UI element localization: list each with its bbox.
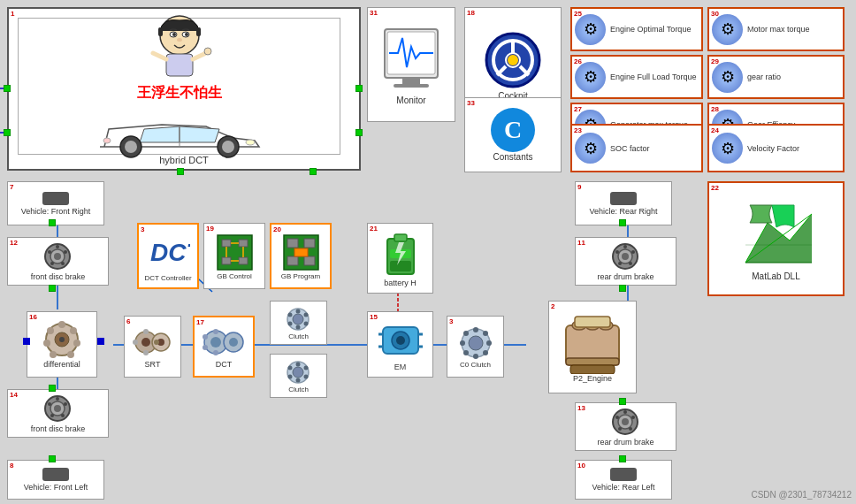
dct-block[interactable]: 17 DCT	[193, 316, 255, 378]
svg-point-156	[629, 427, 632, 431]
port-diff-right	[97, 338, 104, 345]
port-main-bottom2	[310, 168, 317, 175]
c0-clutch-label: C0 Clutch	[460, 361, 491, 369]
motor-max-torque-block[interactable]: 30 ⚙ Motor max torque	[707, 7, 845, 51]
soc-factor-block[interactable]: 23 ⚙ SOC factor	[570, 124, 703, 172]
clutch-top-label: Clutch	[288, 332, 309, 340]
gb-program-block[interactable]: 20 GB Program	[270, 223, 332, 289]
motor-max-torque-label: Motor max torque	[747, 25, 810, 34]
svg-point-80	[623, 245, 627, 248]
svg-point-158	[615, 416, 619, 419]
svg-point-84	[615, 250, 619, 254]
front-disc-brake-top-block[interactable]: 12 front disc brake	[7, 237, 109, 286]
engine-optimal-torque-block[interactable]: 25 ⚙ Engine Optimal Torque	[570, 7, 703, 51]
num-14: 14	[10, 391, 18, 399]
clutch-top-block[interactable]: Clutch	[270, 301, 327, 345]
battery-h-label: battery H	[384, 279, 417, 287]
vehicle-rear-left-icon	[610, 468, 637, 481]
rear-drum-brake-bottom-label: rear drum brake	[597, 438, 653, 447]
vehicle-front-right-block[interactable]: 7 Vehicle: Front Right	[7, 181, 104, 225]
vehicle-rear-left-block[interactable]: 10 Vehicle: Rear Left	[575, 460, 672, 500]
monitor-icon	[380, 25, 442, 95]
p2-engine-block[interactable]: 2 P2_Engine	[548, 301, 637, 393]
differential-label: differential	[43, 360, 80, 369]
port-main-right-bottom	[355, 129, 363, 136]
srt-block[interactable]: 6 SRT	[124, 316, 181, 378]
front-disc-brake-top-icon	[42, 241, 73, 272]
num-20: 20	[273, 225, 281, 233]
svg-point-155	[631, 416, 635, 419]
gear-ratio-block[interactable]: 29 ⚙ gear ratio	[707, 55, 845, 99]
srt-icon	[133, 325, 172, 360]
vehicle-rear-right-label: Vehicle: Rear Right	[589, 207, 657, 216]
port-main-right-top	[355, 85, 363, 92]
port-rdrb-bot	[619, 285, 626, 292]
num-8: 8	[10, 462, 13, 470]
dct-controller-block[interactable]: 3 DCT DCT Controller	[137, 223, 199, 289]
svg-point-118	[304, 321, 309, 325]
front-disc-brake-bottom-block[interactable]: 14 front disc brake	[7, 389, 109, 438]
velocity-factor-block[interactable]: 24 ⚙ Velocity Factor	[707, 124, 845, 172]
svg-rect-61	[222, 257, 231, 264]
svg-point-79	[622, 253, 629, 260]
constants-block[interactable]: 33 C Constants	[464, 97, 562, 172]
svg-rect-69	[304, 239, 315, 248]
gb-program-label: GB Program	[281, 272, 320, 280]
svg-point-161	[54, 405, 61, 412]
svg-rect-148	[566, 358, 619, 365]
svg-point-100	[143, 350, 149, 355]
vehicle-front-left-block[interactable]: 8 Vehicle: Front Left	[7, 460, 104, 500]
battery-h-block[interactable]: 21 battery H	[367, 223, 433, 294]
c0-clutch-block[interactable]: 3 C0 Clutch	[447, 316, 504, 378]
svg-point-135	[469, 336, 483, 350]
svg-point-143	[483, 350, 488, 355]
matlab-dll-block[interactable]: 22 MatLab DLL	[707, 181, 845, 296]
svg-point-136	[473, 327, 478, 332]
svg-point-110	[203, 345, 208, 350]
svg-point-129	[396, 336, 405, 345]
svg-point-139	[486, 340, 492, 346]
clutch-bottom-block[interactable]: Clutch	[270, 354, 327, 398]
svg-point-126	[304, 374, 309, 378]
svg-point-88	[73, 340, 80, 347]
port-rdrb-bot2	[619, 398, 626, 405]
num-9: 9	[577, 183, 581, 191]
svg-rect-18	[158, 27, 163, 36]
engine-full-load-torque-block[interactable]: 26 ⚙ Engine Full Load Torque	[570, 55, 703, 99]
svg-point-112	[293, 314, 303, 325]
svg-point-52	[56, 245, 59, 248]
c0-clutch-icon	[458, 325, 493, 361]
front-disc-brake-top-label: front disc brake	[31, 272, 86, 281]
svg-point-107	[213, 329, 218, 334]
svg-rect-68	[287, 239, 298, 248]
svg-point-137	[473, 354, 478, 359]
gb-control-block[interactable]: 19 GB Control	[203, 223, 265, 289]
cockpit-icon	[482, 29, 544, 91]
num-26: 26	[574, 57, 582, 65]
svg-point-94	[59, 337, 65, 342]
rear-drum-brake-bottom-block[interactable]: 13 rear drum brake	[575, 402, 676, 451]
vehicle-rear-right-icon	[610, 192, 637, 205]
svg-point-87	[70, 327, 77, 334]
rear-drum-brake-top-block[interactable]: 11 rear drum brake	[575, 237, 676, 286]
gear-ratio-label: gear ratio	[747, 73, 781, 81]
differential-icon	[40, 320, 84, 360]
num-15: 15	[370, 313, 378, 321]
port-vrl-top	[619, 455, 626, 462]
differential-block[interactable]: 16 differential	[27, 311, 97, 378]
num-12: 12	[10, 239, 18, 247]
main-hybrid-dct-block[interactable]: 1	[7, 7, 361, 171]
soc-factor-icon: ⚙	[575, 133, 606, 164]
em-block[interactable]: 15 EM	[367, 311, 433, 378]
num-7: 7	[10, 183, 13, 191]
svg-point-116	[304, 312, 309, 317]
soc-factor-label: SOC factor	[610, 144, 650, 153]
vehicle-front-right-label: Vehicle: Front Right	[21, 207, 91, 216]
dct-controller-icon: DCT	[146, 230, 190, 274]
vehicle-front-left-label: Vehicle: Front Left	[24, 483, 88, 492]
monitor-block[interactable]: 31 Monitor	[367, 7, 455, 122]
motor-max-torque-icon: ⚙	[712, 14, 743, 45]
rear-drum-brake-top-icon	[610, 241, 641, 272]
svg-point-101	[133, 340, 138, 345]
svg-point-90	[50, 351, 57, 358]
